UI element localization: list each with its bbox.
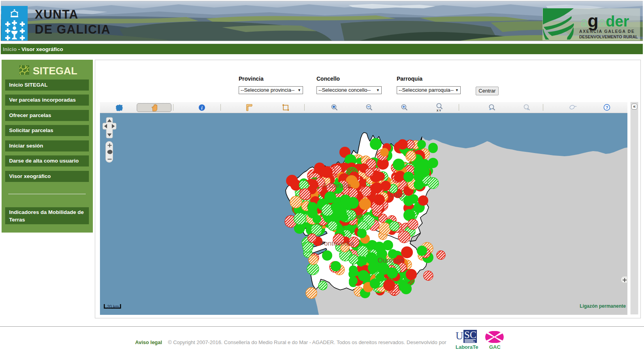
svg-text:?: ? — [606, 105, 608, 110]
svg-text:X Y: X Y — [437, 109, 441, 112]
svg-text:A Coruña: A Coruña — [323, 182, 351, 189]
svg-text:agader: agader — [580, 11, 629, 31]
svg-text:Pontevedra: Pontevedra — [320, 240, 354, 247]
svg-text:Ligazón permanente: Ligazón permanente — [580, 303, 626, 309]
svg-text:Lugo: Lugo — [390, 191, 405, 199]
svg-text:20 km: 20 km — [107, 304, 119, 309]
svg-text:AXENCIA GALEGA DE: AXENCIA GALEGA DE — [579, 29, 635, 34]
svg-text:U: U — [456, 330, 463, 342]
svg-text:SC: SC — [464, 330, 476, 340]
svg-text:DESENVOLVEMENTO RURAL: DESENVOLVEMENTO RURAL — [579, 34, 638, 39]
svg-text:Ourense: Ourense — [378, 257, 403, 264]
